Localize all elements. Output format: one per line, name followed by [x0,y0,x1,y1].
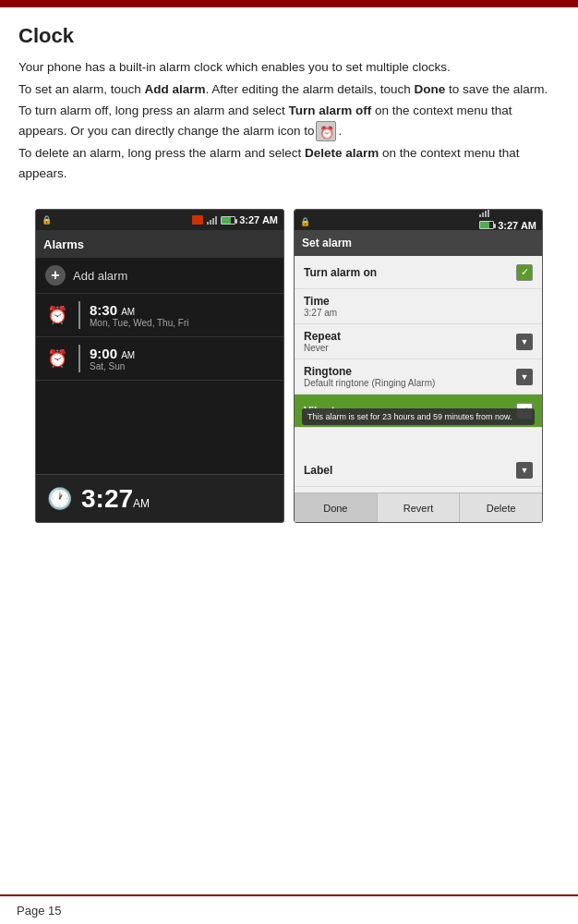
right-status-right-icons: 3:27 AM [479,209,536,232]
alarm-2-time: 9:00 AM [90,346,274,361]
right-signal-bar-4 [488,209,489,217]
tooltip-box: This alarm is set for 23 hours and 59 mi… [302,408,535,425]
right-signal-bar-2 [482,213,484,217]
alarm-divider-2 [78,345,80,372]
alarm-clock-icon-2: ⏰ [45,346,69,371]
repeat-dropdown[interactable]: ▼ [516,334,533,350]
left-status-time: 3:27 AM [239,214,278,225]
right-lock-icon: 🔒 [300,217,310,226]
alarm-divider-1 [78,301,80,329]
ringtone-value: Default ringtone (Ringing Alarm) [304,378,516,388]
signal-bars [207,215,217,225]
alarm-row-2[interactable]: ⏰ 9:00 AM Sat, Sun [36,337,283,381]
alarm-clock-icon-1: ⏰ [45,303,69,327]
alarm-icon-inline [316,121,336,141]
desc-para3: To turn alarm off, long press an alarm a… [18,101,560,141]
description-block: Your phone has a built-in alarm clock wh… [18,57,560,183]
add-alarm-label: Add alarm [73,269,127,283]
left-status-bar: 🔒 3:27 AM [36,210,283,230]
desc-para4: To delete an alarm, long press the alarm… [18,143,560,183]
signal-bar-3 [212,218,214,225]
repeat-label: Repeat [304,330,516,343]
ringtone-row[interactable]: Ringtone Default ringtone (Ringing Alarm… [295,359,542,395]
bottom-buttons: Done Revert Delete [295,492,542,522]
time-row[interactable]: Time 3:27 am [295,289,542,324]
repeat-content: Repeat Never [304,330,516,353]
alarm-1-time: 8:30 AM [90,302,274,318]
left-phone-screenshot: 🔒 3:27 AM Al [35,209,284,523]
signal-bar-1 [207,222,209,225]
ringtone-label: Ringtone [304,365,516,378]
right-signal-bars [479,209,536,217]
left-app-header: Alarms [36,230,283,258]
ringtone-content: Ringtone Default ringtone (Ringing Alarm… [304,365,516,388]
signal-bar-4 [215,216,217,225]
desc-para2: To set an alarm, touch Add alarm. After … [18,79,560,100]
turn-alarm-on-checkbox[interactable]: ✓ [516,264,533,281]
add-alarm-row[interactable]: + Add alarm [36,258,283,294]
turn-alarm-on-label: Turn alarm on [304,266,516,279]
right-status-bar: 🔒 3:27 AM [295,210,542,230]
alarm-row-1[interactable]: ⏰ 8:30 AM Mon, Tue, Wed, Thu, Fri [36,294,283,337]
vibrate-row[interactable]: Vibrate ✓ This alarm is set for 23 hours… [295,395,542,428]
signal-bar-2 [210,220,211,225]
page-footer: Page 15 [0,894,578,924]
current-time-large: 3:27AM [81,484,150,514]
right-status-icons: 3:27 AM [192,214,278,225]
left-status-icons: 🔒 [42,215,52,225]
time-label: Time [304,295,533,308]
screenshots-row: 🔒 3:27 AM Al [18,209,560,523]
right-app-title: Set alarm [302,237,352,249]
done-button[interactable]: Done [295,493,378,522]
right-signal-bar-1 [479,214,481,217]
right-battery-fill [480,222,489,228]
right-status-left-icons: 🔒 [300,213,310,227]
tooltip-text: This alarm is set for 23 hours and 59 mi… [307,412,512,421]
turn-alarm-on-content: Turn alarm on [304,266,516,279]
ringtone-dropdown[interactable]: ▼ [516,369,533,385]
right-battery-icon [479,221,494,229]
add-icon: + [45,265,66,286]
alarm-1-days: Mon, Tue, Wed, Thu, Fri [90,318,274,328]
delete-button[interactable]: Delete [460,493,542,522]
left-bottom-bar: 🕐 3:27AM [36,474,283,522]
lock-icon: 🔒 [42,215,52,225]
clock-icon-large: 🕐 [47,487,72,511]
battery-icon [221,216,235,225]
top-bar [0,0,578,7]
alarm-1-info: 8:30 AM Mon, Tue, Wed, Thu, Fri [90,302,274,328]
label-label: Label [304,464,516,477]
label-row[interactable]: Label ▼ [295,454,542,487]
right-phone-screenshot: 🔒 3:27 AM Se [294,209,543,523]
right-signal-bar-3 [485,211,487,217]
settings-list: Turn alarm on ✓ Time 3:27 am Repeat Neve… [295,256,542,492]
label-dropdown[interactable]: ▼ [516,462,533,479]
repeat-value: Never [304,343,516,353]
revert-button[interactable]: Revert [378,493,461,522]
main-content: Clock Your phone has a built-in alarm cl… [0,7,578,532]
alarm-2-days: Sat, Sun [90,361,274,371]
label-content: Label [304,464,516,477]
turn-alarm-on-row[interactable]: Turn alarm on ✓ [295,256,542,289]
notification-icon [192,215,203,225]
time-value: 3:27 am [304,308,533,318]
time-content: Time 3:27 am [304,295,533,318]
page-number: Page 15 [17,904,61,918]
repeat-row[interactable]: Repeat Never ▼ [295,324,542,359]
right-app-header: Set alarm [295,230,542,256]
alarm-list: + Add alarm ⏰ 8:30 AM Mon, Tue, Wed, Thu… [36,258,283,474]
battery-fill [222,217,231,224]
desc-para1: Your phone has a built-in alarm clock wh… [18,57,560,78]
alarm-2-info: 9:00 AM Sat, Sun [90,346,274,371]
page-title: Clock [18,24,560,48]
left-app-title: Alarms [43,237,84,251]
